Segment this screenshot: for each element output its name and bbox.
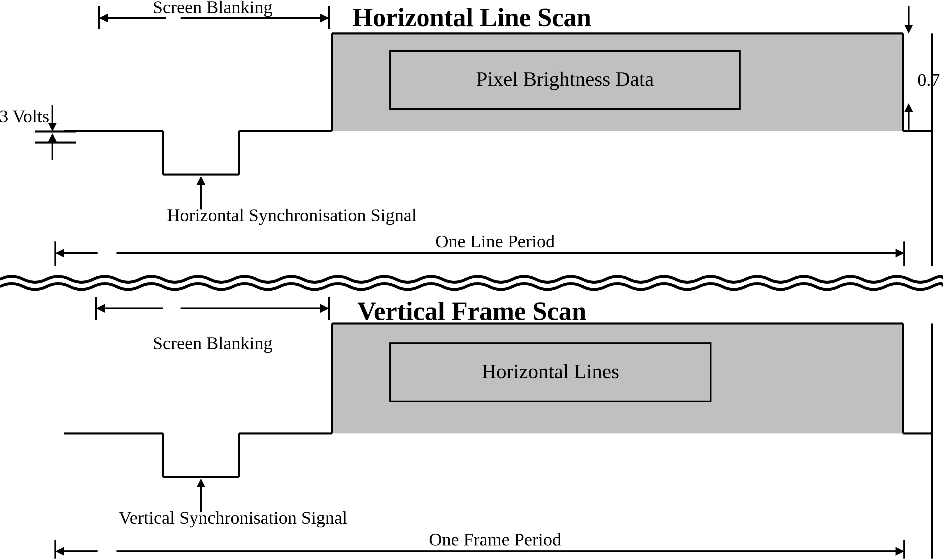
pixel-brightness-label: Pixel Brightness Data [476,68,654,90]
volts-03-label: 0.3 Volts [0,106,49,126]
volts-07-arrow-bottom-head [904,103,913,112]
title-vertical: Vertical Frame Scan [357,297,586,326]
one-line-period-label: One Line Period [435,231,555,251]
v-sync-arrow-head [197,478,205,487]
one-line-period-arrow-left-head [56,249,64,257]
screen-blanking-top-arrow-left-head [99,14,108,22]
h-sync-label: Horizontal Synchronisation Signal [167,205,417,225]
one-frame-period-arrow-right-head [895,547,904,555]
screen-blanking-top-label: Screen Blanking [153,0,273,17]
horizontal-lines-label: Horizontal Lines [482,360,619,383]
title-horizontal: Horizontal Line Scan [352,3,591,32]
diagram-container: Horizontal Line Scan Pixel Brightness Da… [0,0,943,560]
screen-blanking-bottom-label: Screen Blanking [153,333,273,353]
v-sync-label: Vertical Synchronisation Signal [119,508,347,528]
divider-line [0,276,943,282]
screen-blanking-bottom-arrow-left-head [96,304,105,313]
volts-03-arrow-down-head [48,123,57,131]
volts-07-label: 0.7 volts [917,70,943,89]
volts-07-arrow-top-head [904,25,913,34]
screen-blanking-bottom-arrow-right-head [320,304,329,313]
one-line-period-arrow-right-head [895,249,904,257]
one-frame-period-label: One Frame Period [429,529,562,549]
screen-blanking-top-arrow-right-head [320,14,329,22]
volts-03-arrow-up-head [48,133,57,142]
divider-line-2 [0,284,943,289]
h-sync-arrow-head [197,176,205,185]
one-frame-period-arrow-left-head [56,547,64,555]
